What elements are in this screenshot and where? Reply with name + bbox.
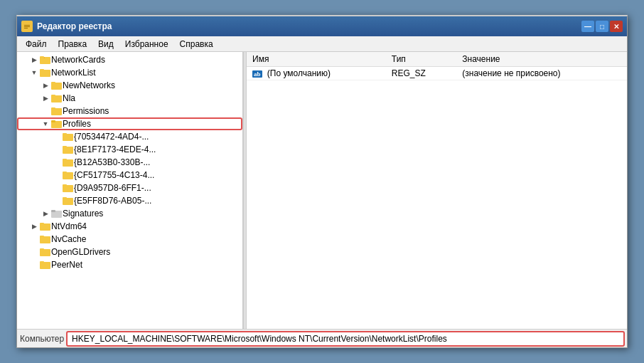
- tree-item-permissions[interactable]: Permissions: [17, 105, 242, 117]
- maximize-button[interactable]: □: [596, 21, 608, 32]
- tree-item-guid1[interactable]: {70534472-4AD4-...: [17, 130, 242, 143]
- tree-item-profiles[interactable]: ▼ Profiles: [17, 117, 242, 130]
- tree-item-networklist[interactable]: ▼ NetworkList: [17, 66, 242, 79]
- svg-rect-2: [24, 26, 30, 27]
- tree-item-nla[interactable]: ▶ Nla: [17, 92, 242, 105]
- folder-icon-networklist: [40, 68, 51, 78]
- menu-help[interactable]: Справка: [174, 38, 219, 51]
- folder-icon-ntvdm64: [40, 221, 51, 231]
- folder-icon-guid5: [63, 183, 74, 193]
- folder-icon-signatures: [51, 209, 63, 219]
- svg-rect-16: [51, 120, 55, 122]
- tree-item-guid2[interactable]: {8E1F7173-4EDE-4...: [17, 143, 242, 156]
- svg-rect-3: [24, 28, 28, 28]
- folder-icon-networkcards: [40, 55, 51, 65]
- menu-bar: Файл Правка Вид Избранное Справка: [17, 36, 627, 52]
- folder-icon-permissions: [51, 106, 63, 116]
- tree-item-newnetworks[interactable]: ▶ NewNetworks: [17, 79, 242, 92]
- menu-edit[interactable]: Правка: [53, 38, 93, 51]
- label-peernet: PeerNet: [51, 260, 82, 270]
- toggle-nla[interactable]: ▶: [40, 93, 51, 104]
- label-nla: Nla: [63, 93, 75, 103]
- toggle-profiles[interactable]: ▼: [40, 118, 51, 130]
- folder-icon-nvcache: [40, 234, 51, 244]
- tree-item-guid3[interactable]: {B12A53B0-330B-...: [17, 156, 242, 169]
- svg-rect-28: [63, 197, 67, 199]
- svg-rect-32: [40, 223, 44, 225]
- tree-item-opengl[interactable]: OpenGLDrivers: [17, 246, 242, 258]
- svg-rect-14: [51, 107, 55, 110]
- tree-item-ntvdm64[interactable]: ▶ NtVdm64: [17, 220, 242, 233]
- toggle-signatures[interactable]: ▶: [40, 208, 51, 219]
- folder-icon-guid4: [63, 170, 74, 180]
- status-bar: Компьютер HKEY_LOCAL_MACHINE\SOFTWARE\Mi…: [17, 329, 627, 347]
- tree-item-nvcache[interactable]: NvCache: [17, 233, 242, 246]
- menu-file[interactable]: Файл: [20, 38, 53, 51]
- tree-item-guid6[interactable]: {E5FF8D76-AB05-...: [17, 194, 242, 207]
- svg-rect-18: [63, 133, 67, 135]
- window-icon: [21, 21, 33, 32]
- close-button[interactable]: ✕: [610, 21, 623, 32]
- folder-icon-nla: [51, 93, 63, 103]
- cell-type: REG_SZ: [386, 67, 456, 80]
- label-guid1: {70534472-4AD4-...: [74, 132, 149, 142]
- label-nvcache: NvCache: [51, 234, 86, 244]
- title-bar: Редактор реестра — □ ✕: [17, 16, 627, 36]
- svg-rect-12: [51, 95, 55, 97]
- label-networklist: NetworkList: [51, 68, 96, 78]
- label-guid5: {D9A957D8-6FF1-...: [74, 183, 151, 193]
- registry-tree: ▶ NetworkCards ▼ NetworkList ▶: [17, 52, 243, 329]
- folder-icon-guid1: [63, 132, 74, 142]
- table-row[interactable]: ab (По умолчанию) REG_SZ (значение не пр…: [247, 67, 627, 80]
- tree-item-networkcards[interactable]: ▶ NetworkCards: [17, 53, 242, 66]
- svg-rect-6: [40, 56, 44, 58]
- svg-rect-8: [40, 69, 44, 71]
- value-table: Имя Тип Значение ab (По умолчанию) REG_S…: [247, 52, 627, 80]
- svg-rect-34: [40, 236, 44, 238]
- status-path: HKEY_LOCAL_MACHINE\SOFTWARE\Microsoft\Wi…: [67, 332, 624, 346]
- svg-rect-22: [63, 159, 67, 161]
- toggle-networklist[interactable]: ▼: [28, 67, 40, 78]
- svg-rect-36: [40, 248, 44, 251]
- tree-item-peernet[interactable]: PeerNet: [17, 258, 242, 271]
- content-area: ▶ NetworkCards ▼ NetworkList ▶: [17, 52, 627, 329]
- svg-rect-20: [63, 146, 67, 148]
- col-value: Значение: [456, 52, 627, 67]
- window-controls: — □ ✕: [581, 21, 623, 32]
- svg-rect-26: [63, 184, 67, 186]
- label-guid4: {CF517755-4C13-4...: [74, 170, 154, 180]
- svg-rect-30: [51, 210, 55, 212]
- folder-icon-guid3: [63, 157, 74, 167]
- label-guid2: {8E1F7173-4EDE-4...: [74, 144, 156, 154]
- cell-value: (значение не присвоено): [456, 67, 627, 80]
- label-opengl: OpenGLDrivers: [51, 247, 110, 257]
- ab-icon: ab: [252, 70, 262, 78]
- toggle-newnetworks[interactable]: ▶: [40, 80, 51, 91]
- registry-detail: Имя Тип Значение ab (По умолчанию) REG_S…: [247, 52, 627, 329]
- col-name: Имя: [247, 52, 386, 67]
- label-signatures: Signatures: [63, 209, 103, 219]
- toggle-ntvdm64[interactable]: ▶: [28, 221, 40, 232]
- folder-icon-profiles: [51, 119, 63, 129]
- tree-item-guid4[interactable]: {CF517755-4C13-4...: [17, 169, 242, 182]
- col-type: Тип: [386, 52, 456, 67]
- tree-scroll: ▶ NetworkCards ▼ NetworkList ▶: [17, 52, 242, 273]
- toggle-networkcards[interactable]: ▶: [28, 54, 40, 65]
- registry-editor-window: Редактор реестра — □ ✕ Файл Правка Вид И…: [16, 15, 628, 348]
- svg-rect-1: [24, 25, 30, 26]
- menu-view[interactable]: Вид: [92, 38, 119, 51]
- menu-favorites[interactable]: Избранное: [119, 38, 174, 51]
- label-profiles: Profiles: [63, 119, 91, 129]
- status-label: Компьютер: [20, 334, 64, 344]
- label-guid6: {E5FF8D76-AB05-...: [74, 196, 151, 206]
- svg-rect-24: [63, 172, 67, 174]
- label-newnetworks: NewNetworks: [63, 80, 115, 90]
- window-title: Редактор реестра: [37, 21, 581, 31]
- folder-icon-peernet: [40, 260, 51, 270]
- value-name: (По умолчанию): [267, 68, 331, 78]
- folder-icon-guid6: [63, 196, 74, 206]
- minimize-button[interactable]: —: [581, 21, 594, 32]
- tree-item-signatures[interactable]: ▶ Signatures: [17, 207, 242, 220]
- folder-icon-newnetworks: [51, 80, 63, 90]
- tree-item-guid5[interactable]: {D9A957D8-6FF1-...: [17, 182, 242, 194]
